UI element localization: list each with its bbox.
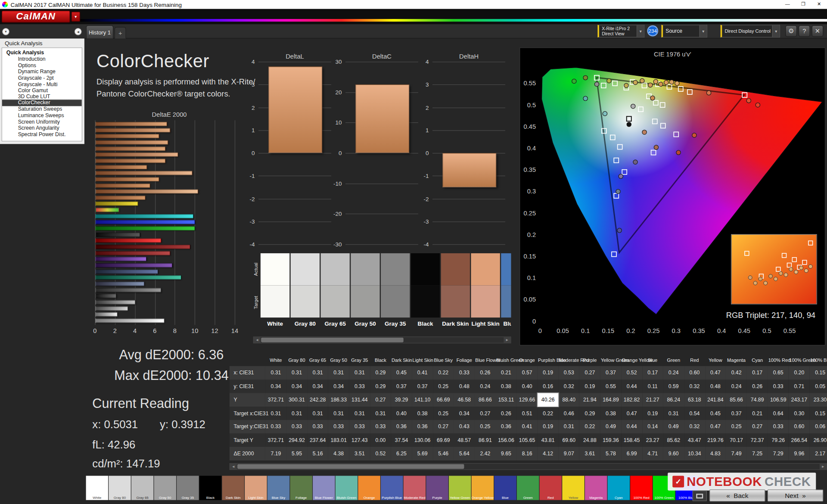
table-cell[interactable]: 0.49 bbox=[600, 420, 622, 433]
table-cell[interactable]: 37.54 bbox=[391, 433, 412, 447]
patch-purplish-blue[interactable]: Purplish Blue bbox=[381, 476, 403, 500]
table-cell[interactable]: 158.45 bbox=[621, 433, 642, 447]
table-cell[interactable]: 0.32 bbox=[684, 420, 705, 433]
table-cell[interactable]: 43.47 bbox=[684, 433, 705, 447]
table-cell[interactable]: 0.44 bbox=[621, 420, 642, 433]
table-cell[interactable]: 0.25 bbox=[433, 380, 454, 393]
minimize-button[interactable]: — bbox=[780, 0, 796, 9]
sidebar-item-saturation-sweeps[interactable]: Saturation Sweeps bbox=[2, 106, 82, 112]
patch-gray-35[interactable]: Gray 35 bbox=[177, 476, 199, 500]
table-cell[interactable]: 0.47 bbox=[705, 420, 726, 433]
table-cell[interactable]: 106.59 bbox=[768, 393, 789, 406]
table-cell[interactable]: 0.17 bbox=[642, 366, 663, 380]
scroll-left-arrow[interactable]: ◄ bbox=[254, 337, 261, 342]
table-cell[interactable]: 219.76 bbox=[705, 433, 726, 447]
sidebar-item-screen-uniformity[interactable]: Screen Uniformity bbox=[2, 119, 82, 125]
table-cell[interactable]: 0.22 bbox=[538, 406, 559, 420]
table-cell[interactable]: 21.27 bbox=[642, 393, 663, 406]
table-cell[interactable]: 127.43 bbox=[349, 433, 370, 447]
table-cell[interactable]: 21.94 bbox=[579, 393, 600, 406]
table-cell[interactable]: 243.17 bbox=[789, 393, 810, 406]
table-cell[interactable]: 4.38 bbox=[328, 447, 349, 460]
sidebar-item-color-gamut[interactable]: Color Gamut bbox=[2, 87, 82, 94]
chevron-down-icon[interactable]: ▼ bbox=[772, 25, 780, 37]
table-cell[interactable]: 0.15 bbox=[810, 366, 827, 380]
table-cell[interactable]: 0.52 bbox=[621, 366, 642, 380]
patch-orange[interactable]: Orange bbox=[358, 476, 380, 500]
table-cell[interactable]: 141.10 bbox=[412, 393, 433, 406]
table-cell[interactable]: 0.22 bbox=[579, 420, 600, 433]
patch-magenta[interactable]: Magenta bbox=[585, 476, 607, 500]
table-cell[interactable]: 0.37 bbox=[726, 406, 747, 420]
settings-button[interactable]: ⚙ bbox=[785, 25, 797, 37]
table-cell[interactable]: 0.26 bbox=[747, 380, 768, 393]
table-cell[interactable]: 86.91 bbox=[475, 433, 496, 447]
table-cell[interactable]: 0.33 bbox=[349, 380, 370, 393]
table-cell[interactable]: 0.19 bbox=[538, 366, 559, 380]
table-cell[interactable]: 0.33 bbox=[286, 420, 308, 433]
table-cell[interactable]: 241.84 bbox=[705, 393, 726, 406]
table-cell[interactable]: 0.27 bbox=[370, 393, 391, 406]
table-cell[interactable]: 0.26 bbox=[496, 406, 517, 420]
table-cell[interactable]: 0.54 bbox=[684, 406, 705, 420]
table-cell[interactable]: 7.25 bbox=[747, 447, 768, 460]
sidebar-root-item[interactable]: Quick Analysis bbox=[2, 48, 82, 56]
patch-blue[interactable]: Blue bbox=[494, 476, 516, 500]
table-cell[interactable]: 66.69 bbox=[433, 393, 454, 406]
table-cell[interactable]: 46.58 bbox=[454, 393, 475, 406]
table-cell[interactable]: 0.32 bbox=[558, 380, 579, 393]
patch-100-red[interactable]: 100% Red bbox=[630, 476, 652, 500]
sidebar-item-luminance-sweeps[interactable]: Luminance Sweeps bbox=[2, 112, 82, 119]
table-cell[interactable]: 0.51 bbox=[516, 406, 538, 420]
table-cell[interactable]: 105.65 bbox=[516, 433, 538, 447]
table-cell[interactable]: 0.11 bbox=[642, 380, 663, 393]
table-cell[interactable]: 5.69 bbox=[412, 447, 433, 460]
sidebar-item-dynamic-range[interactable]: Dynamic Range bbox=[2, 68, 82, 75]
table-cell[interactable]: 4.12 bbox=[538, 447, 559, 460]
table-cell[interactable]: 0.20 bbox=[789, 366, 810, 380]
table-cell[interactable]: 43.81 bbox=[538, 433, 559, 447]
table-cell[interactable]: 0.43 bbox=[454, 420, 475, 433]
table-cell[interactable]: 86.24 bbox=[663, 393, 684, 406]
table-cell[interactable]: 79.26 bbox=[768, 433, 789, 447]
chevron-down-icon[interactable]: ▼ bbox=[700, 25, 707, 37]
table-cell[interactable]: 164.89 bbox=[600, 393, 622, 406]
table-cell[interactable]: 4.71 bbox=[642, 447, 663, 460]
table-cell[interactable]: 72.37 bbox=[747, 433, 768, 447]
close-button[interactable]: ✕ bbox=[811, 0, 827, 9]
patch-green[interactable]: Green bbox=[517, 476, 539, 500]
table-cell[interactable]: 0.33 bbox=[768, 420, 789, 433]
sidebar-item-grayscale-multi[interactable]: Grayscale - Multi bbox=[2, 81, 82, 87]
table-cell[interactable]: 0.33 bbox=[349, 420, 370, 433]
table-cell[interactable]: 3.61 bbox=[579, 447, 600, 460]
scroll-right-arrow[interactable]: ► bbox=[820, 464, 827, 469]
table-cell[interactable]: 0.48 bbox=[454, 380, 475, 393]
table-cell[interactable]: 5.46 bbox=[433, 447, 454, 460]
table-cell[interactable]: 0.36 bbox=[496, 420, 517, 433]
table-cell[interactable]: 0.47 bbox=[705, 366, 726, 380]
patch-foliage[interactable]: Foliage bbox=[290, 476, 312, 500]
table-cell[interactable]: 0.38 bbox=[600, 406, 622, 420]
table-cell[interactable]: 0.29 bbox=[370, 380, 391, 393]
table-cell[interactable]: 0.52 bbox=[370, 447, 391, 460]
table-cell[interactable]: 0.33 bbox=[328, 420, 349, 433]
patch-black[interactable]: Black bbox=[199, 476, 221, 500]
table-cell[interactable]: 159.36 bbox=[600, 433, 622, 447]
table-cell[interactable]: 0.05 bbox=[810, 380, 827, 393]
table-cell[interactable]: 153.11 bbox=[496, 393, 517, 406]
table-cell[interactable]: 0.36 bbox=[391, 420, 412, 433]
table-cell[interactable]: 129.66 bbox=[516, 393, 538, 406]
table-cell[interactable]: 7.19 bbox=[265, 447, 286, 460]
table-cell[interactable]: 0.32 bbox=[684, 380, 705, 393]
table-cell[interactable]: 0.37 bbox=[600, 366, 622, 380]
patch-yellow-green[interactable]: Yellow Green bbox=[449, 476, 471, 500]
table-cell[interactable]: 0.31 bbox=[286, 366, 308, 380]
table-cell[interactable]: 0.33 bbox=[768, 380, 789, 393]
table-cell[interactable]: 0.33 bbox=[307, 420, 328, 433]
patch-moderate-red[interactable]: Moderate Red bbox=[404, 476, 426, 500]
table-cell[interactable]: 156.06 bbox=[496, 433, 517, 447]
table-cell[interactable]: 0.15 bbox=[810, 406, 827, 420]
patch-light-skin[interactable]: Light Skin bbox=[245, 476, 267, 500]
table-cell[interactable]: 2.42 bbox=[475, 447, 496, 460]
table-cell[interactable]: 186.33 bbox=[328, 393, 349, 406]
